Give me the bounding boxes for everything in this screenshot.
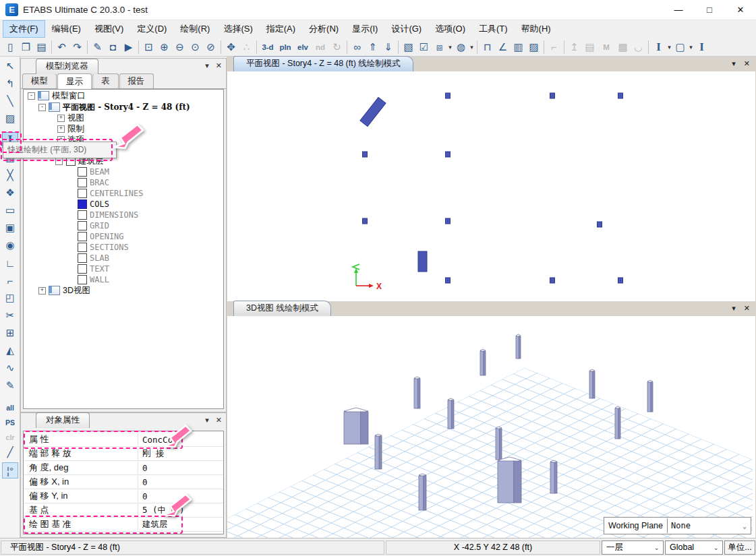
draw-beam-icon[interactable]: ╲ <box>2 93 18 109</box>
move-up-story-icon[interactable]: ⇑ <box>366 40 380 55</box>
shade-view-dropdown[interactable]: ▾ <box>469 40 475 55</box>
explorer-tab-2[interactable]: 表 <box>92 73 119 88</box>
tree-checkbox[interactable] <box>78 264 87 274</box>
menu-item-3[interactable]: 定义(D) <box>130 20 173 38</box>
property-row-3[interactable]: 偏 移 X, in0 <box>24 475 223 489</box>
menu-item-6[interactable]: 指定(A) <box>260 20 302 38</box>
tree-node-8[interactable]: CENTERLINES <box>78 188 143 199</box>
tree-checkbox[interactable] <box>78 210 87 220</box>
view-plan-icon[interactable]: pln <box>277 40 293 55</box>
tree-checkbox[interactable] <box>78 178 87 187</box>
draw-wall-stack-icon[interactable]: ∟ <box>2 255 18 271</box>
menu-item-8[interactable]: 显示(I) <box>345 20 384 38</box>
explorer-tab-3[interactable]: 报告 <box>119 73 154 88</box>
tree-node-12[interactable]: OPENING <box>78 231 124 242</box>
menu-item-1[interactable]: 编辑(E) <box>45 20 88 38</box>
draw-spline-icon[interactable]: ∿ <box>2 360 18 376</box>
tree-node-2[interactable]: +视图 <box>57 113 84 123</box>
plan-view-tab[interactable]: 平面视图 - Story4 - Z = 48 (ft) 线绘制模式 <box>233 56 413 71</box>
undo-icon[interactable]: ↶ <box>55 40 69 55</box>
new-file-icon[interactable]: ▯ <box>3 40 18 55</box>
open-file-icon[interactable]: ❒ <box>19 40 33 55</box>
tree-node-14[interactable]: SLAB <box>78 253 109 264</box>
view-close-icon[interactable]: ✕ <box>744 59 750 68</box>
shrink-objects-icon[interactable]: ▧ <box>401 40 415 55</box>
zoom-in-icon[interactable]: ⊙ <box>188 40 202 55</box>
explorer-tab-0[interactable]: 模型 <box>22 73 57 88</box>
units-button[interactable]: 单位... <box>724 540 755 555</box>
shade-view-icon[interactable]: ◍ <box>454 40 468 55</box>
minimize-button[interactable]: — <box>663 0 694 20</box>
tree-expander-icon[interactable]: - <box>28 92 35 100</box>
tree-checkbox[interactable] <box>78 221 87 230</box>
pan-icon[interactable]: ✥ <box>224 40 238 55</box>
select-previous-icon[interactable]: PS <box>2 414 18 431</box>
tree-node-0[interactable]: -模型窗口 <box>28 90 86 101</box>
tree-checkbox[interactable] <box>78 199 87 209</box>
draw-opening-icon[interactable]: ◰ <box>2 290 18 306</box>
snap-options-icon[interactable]: ¦° <box>2 462 18 478</box>
restore-full-view-icon[interactable]: ⊕ <box>157 40 171 55</box>
move-down-story-icon[interactable]: ⇓ <box>381 40 395 55</box>
tree-node-6[interactable]: BEAM <box>78 166 109 177</box>
story-selector[interactable]: 一层 ⌄ <box>602 540 664 555</box>
menu-item-0[interactable]: 文件(F) <box>3 20 45 38</box>
column-section-icon[interactable]: I <box>695 40 709 55</box>
maximize-button[interactable]: □ <box>694 0 725 20</box>
tree-expander-icon[interactable]: + <box>57 115 65 122</box>
view-menu-icon[interactable]: ▾ <box>732 59 736 68</box>
view-glasses-icon[interactable]: ∞ <box>350 40 364 55</box>
tree-checkbox[interactable] <box>78 189 87 198</box>
quick-draw-wall-stack-icon[interactable]: ⌐ <box>2 272 18 288</box>
panel-menu-icon[interactable]: ▾ <box>205 61 209 70</box>
display-options-icon[interactable]: ☑ <box>417 40 431 55</box>
lock-model-icon[interactable]: ◘ <box>106 40 120 55</box>
reshape-object-icon[interactable]: ↰ <box>2 75 18 92</box>
sketch-icon[interactable]: ✎ <box>2 377 18 394</box>
view3d-canvas[interactable]: Working Plane None ⌄ <box>227 316 755 538</box>
run-analysis-icon[interactable]: ▶ <box>121 40 136 55</box>
menu-item-12[interactable]: 帮助(H) <box>515 20 558 38</box>
tree-checkbox[interactable] <box>78 275 87 284</box>
tree-node-3[interactable]: +限制 <box>57 123 84 134</box>
quick-draw-area-icon[interactable]: ▣ <box>2 220 18 236</box>
panel-menu-icon[interactable]: ▾ <box>205 416 209 425</box>
view-close-icon[interactable]: ✕ <box>744 304 750 313</box>
panel-close-icon[interactable]: ✕ <box>216 416 222 425</box>
menu-item-9[interactable]: 设计(G) <box>384 20 428 38</box>
object-cube-icon[interactable]: ⧈ <box>432 40 446 55</box>
view-menu-icon[interactable]: ▾ <box>732 304 736 313</box>
tree-expander-icon[interactable]: + <box>57 125 65 133</box>
property-row-6[interactable]: 绘 图 基 准建筑层 <box>24 518 223 532</box>
menu-item-4[interactable]: 绘制(R) <box>173 20 216 38</box>
draw-frame-icon[interactable]: ⊓ <box>480 40 494 55</box>
frame-section-dropdown[interactable]: ▾ <box>666 40 672 55</box>
tree-node-15[interactable]: TEXT <box>78 264 109 274</box>
tree-node-16[interactable]: WALL <box>78 274 109 285</box>
tree-node-11[interactable]: GRID <box>78 220 109 231</box>
quick-draw-floor-icon[interactable]: ◉ <box>2 237 18 253</box>
draw-grid-icon[interactable]: ⊞ <box>2 325 18 341</box>
menu-item-10[interactable]: 选项(O) <box>428 20 472 38</box>
redo-icon[interactable]: ↷ <box>70 40 84 55</box>
tree-checkbox[interactable] <box>78 167 87 177</box>
tree-expander-icon[interactable]: - <box>55 158 63 165</box>
select-all-icon[interactable]: all <box>2 400 18 416</box>
view-elevation-icon[interactable]: elv <box>295 40 311 55</box>
tree-expander-icon[interactable]: + <box>38 287 46 295</box>
tree-node-1[interactable]: -平面视图 - Story4 - Z = 48 (ft) <box>38 102 190 113</box>
view-3d-icon[interactable]: 3-d <box>260 40 276 55</box>
draw-poly-area-icon[interactable]: ❖ <box>2 185 18 201</box>
snap-angle-icon[interactable]: ∠ <box>496 40 510 55</box>
close-button[interactable]: ✕ <box>725 0 756 20</box>
previous-zoom-icon[interactable]: ⊖ <box>173 40 187 55</box>
tree-checkbox[interactable] <box>78 243 87 252</box>
coord-system-selector[interactable]: Global ⌄ <box>665 540 723 555</box>
tree-node-13[interactable]: SECTIONS <box>78 242 129 253</box>
tree-node-17[interactable]: +3D视图 <box>38 285 90 296</box>
frame-section-icon[interactable]: I <box>651 40 666 55</box>
area-section-icon[interactable]: ▢ <box>673 40 687 55</box>
draw-pen-icon[interactable]: ✎ <box>90 40 105 55</box>
object-cube-dropdown[interactable]: ▾ <box>447 40 453 55</box>
panel-close-icon[interactable]: ✕ <box>216 61 222 70</box>
